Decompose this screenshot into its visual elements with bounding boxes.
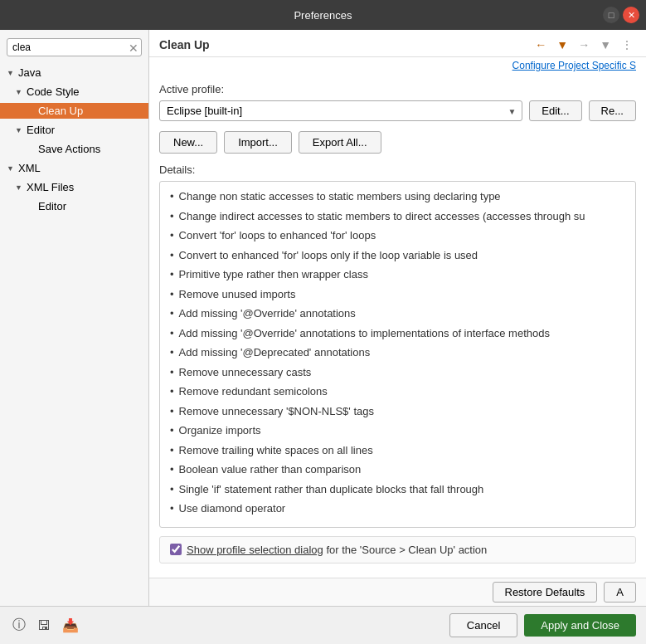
- details-item: •Remove unnecessary '$NON-NLS$' tags: [170, 403, 625, 420]
- details-item: •Remove unused imports: [170, 286, 625, 303]
- xml-arrow-icon: [7, 164, 18, 173]
- apply-small-button[interactable]: A: [604, 582, 636, 603]
- configure-link[interactable]: Configure Project Specific S: [503, 58, 646, 73]
- edit-button[interactable]: Edit...: [529, 100, 581, 121]
- sidebar-item-xml-editor[interactable]: Editor: [0, 197, 148, 216]
- close-button[interactable]: ✕: [623, 7, 639, 23]
- details-item-text: Convert to enhanced 'for' loops only if …: [179, 247, 478, 264]
- sidebar-item-save-actions-row[interactable]: Save Actions: [0, 141, 148, 157]
- sidebar-item-editor[interactable]: Editor: [0, 120, 148, 139]
- details-item: •Convert to enhanced 'for' loops only if…: [170, 247, 625, 264]
- sidebar-item-code-style-label: Code Style: [27, 85, 80, 98]
- import-icon-button[interactable]: 📥: [60, 615, 81, 636]
- bullet-icon: •: [170, 208, 174, 225]
- bullet-icon: •: [170, 344, 174, 361]
- bullet-icon: •: [170, 188, 174, 205]
- bullet-icon: •: [170, 247, 174, 264]
- sidebar-item-editor-label: Editor: [27, 124, 55, 136]
- apply-close-button[interactable]: Apply and Close: [524, 614, 636, 637]
- search-box-wrap: ✕: [0, 35, 148, 63]
- panel-body: Active profile: Eclipse [built-in] ▼ Edi…: [149, 73, 646, 578]
- maximize-button[interactable]: □: [603, 7, 619, 23]
- details-item: •Add missing '@Deprecated' annotations: [170, 344, 625, 361]
- search-input[interactable]: [7, 38, 142, 56]
- sidebar-item-clean-up-label: Clean Up: [38, 105, 83, 117]
- panel-title: Clean Up: [159, 38, 210, 51]
- bullet-icon: •: [170, 266, 174, 283]
- bullet-icon: •: [170, 286, 174, 303]
- bullet-icon: •: [170, 403, 174, 420]
- bullet-icon: •: [170, 325, 174, 342]
- sidebar-item-editor-row[interactable]: Editor: [0, 122, 148, 138]
- details-item-text: Primitive type rather then wrapper class: [179, 266, 368, 283]
- sidebar-item-xml-files-label: XML Files: [27, 181, 74, 193]
- import-button[interactable]: Import...: [224, 131, 292, 154]
- main-container: ✕ Java Code Style Clean Up: [0, 30, 646, 644]
- details-item-text: Single 'if' statement rather than duplic…: [179, 481, 484, 498]
- rename-button[interactable]: Re...: [589, 100, 636, 121]
- bullet-icon: •: [170, 481, 174, 498]
- panel-toolbar: ← ▼ → ▼ ⋮: [532, 37, 636, 53]
- action-buttons-row: New... Import... Export All...: [159, 131, 636, 154]
- details-item-text: Add missing '@Override' annotations: [179, 305, 356, 322]
- sidebar-item-xml-row[interactable]: XML: [0, 160, 148, 176]
- details-item-text: Change indirect accesses to static membe…: [179, 208, 585, 225]
- details-item-text: Convert 'for' loops to enhanced 'for' lo…: [179, 227, 376, 244]
- bullet-icon: •: [170, 442, 174, 459]
- sidebar-item-xml-editor-row[interactable]: Editor: [0, 198, 148, 214]
- details-item-text: Add missing '@Override' annotations to i…: [179, 325, 550, 342]
- details-item-text: Remove trailing white spaces on all line…: [179, 442, 373, 459]
- footer-bar: ⓘ 🖫 📥 Cancel Apply and Close: [0, 606, 646, 644]
- bullet-icon: •: [170, 364, 174, 381]
- search-clear-button[interactable]: ✕: [129, 41, 138, 55]
- java-arrow-icon: [7, 69, 18, 77]
- forward-dropdown-button[interactable]: ▼: [596, 37, 614, 53]
- sidebar-item-java[interactable]: Java: [0, 63, 148, 82]
- forward-button[interactable]: →: [575, 37, 593, 53]
- bullet-icon: •: [170, 461, 174, 478]
- sidebar-item-code-style-row[interactable]: Code Style: [0, 84, 148, 100]
- show-profile-underline: Show profile selection dialog: [187, 544, 323, 556]
- details-label: Details:: [159, 163, 636, 176]
- window-title: Preferences: [294, 9, 352, 22]
- sidebar-item-xml-files[interactable]: XML Files: [0, 178, 148, 197]
- sidebar-item-xml[interactable]: XML: [0, 159, 148, 178]
- content-area: ✕ Java Code Style Clean Up: [0, 30, 646, 606]
- help-button[interactable]: ⓘ: [10, 614, 28, 637]
- profile-select[interactable]: Eclipse [built-in]: [159, 100, 522, 121]
- back-dropdown-button[interactable]: ▼: [553, 37, 571, 53]
- sidebar-item-code-style[interactable]: Code Style: [0, 82, 148, 101]
- window-controls: □ ✕: [603, 7, 639, 23]
- sidebar-item-save-actions-label: Save Actions: [38, 143, 100, 155]
- sidebar-item-xml-files-row[interactable]: XML Files: [0, 179, 148, 195]
- sidebar: ✕ Java Code Style Clean Up: [0, 30, 149, 606]
- sidebar-item-clean-up[interactable]: Clean Up: [0, 101, 148, 120]
- sidebar-item-java-row[interactable]: Java: [0, 65, 148, 80]
- bottom-left-icons: ⓘ 🖫 📥: [10, 614, 81, 637]
- more-button[interactable]: ⋮: [618, 37, 636, 53]
- export-button[interactable]: 🖫: [35, 616, 53, 636]
- details-item: •Add missing '@Override' annotations: [170, 305, 625, 322]
- sidebar-item-save-actions[interactable]: Save Actions: [0, 139, 148, 159]
- details-item: •Primitive type rather then wrapper clas…: [170, 266, 625, 283]
- bullet-icon: •: [170, 227, 174, 244]
- show-profile-checkbox[interactable]: [170, 544, 182, 555]
- details-item-text: Remove unused imports: [179, 286, 296, 303]
- sidebar-item-xml-editor-label: Editor: [38, 200, 66, 212]
- details-item-text: Remove redundant semicolons: [179, 383, 328, 400]
- new-button[interactable]: New...: [159, 131, 217, 154]
- details-item: •Use diamond operator: [170, 500, 625, 517]
- right-panel: Clean Up ← ▼ → ▼ ⋮ Configure Project Spe…: [149, 30, 646, 606]
- details-item: •Change indirect accesses to static memb…: [170, 208, 625, 225]
- restore-defaults-button[interactable]: Restore Defaults: [493, 582, 598, 603]
- bullet-icon: •: [170, 500, 174, 517]
- export-all-button[interactable]: Export All...: [299, 131, 381, 154]
- editor-arrow-icon: [15, 126, 27, 134]
- details-item-text: Add missing '@Deprecated' annotations: [179, 344, 371, 361]
- cancel-button[interactable]: Cancel: [449, 613, 517, 637]
- details-item: •Add missing '@Override' annotations to …: [170, 325, 625, 342]
- sidebar-item-clean-up-row[interactable]: Clean Up: [0, 103, 148, 119]
- details-item: •Remove trailing white spaces on all lin…: [170, 442, 625, 459]
- panel-header: Clean Up ← ▼ → ▼ ⋮: [149, 30, 646, 57]
- back-button[interactable]: ←: [532, 37, 550, 53]
